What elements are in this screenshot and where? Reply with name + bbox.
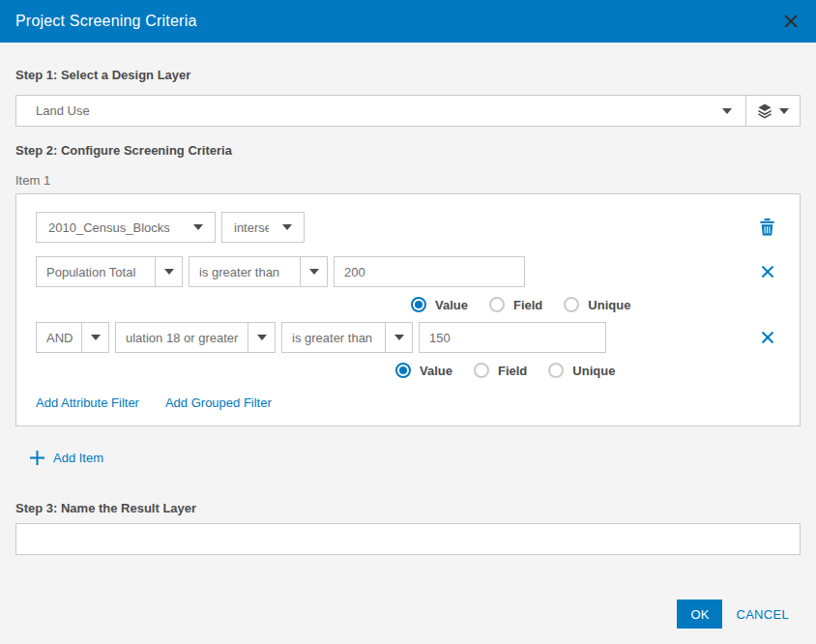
result-layer-name-input[interactable] [15,523,801,555]
layers-icon [757,103,772,119]
delete-item-button[interactable] [760,219,774,236]
radio-value[interactable]: Value [411,297,468,312]
filter2-mode-radios: Value Field Unique [395,362,774,379]
design-layer-dropdown[interactable]: Land Use [16,96,745,126]
chevron-down-icon [81,323,108,352]
dialog-footer: OK CANCEL [677,600,789,629]
cancel-button[interactable]: CANCEL [736,607,789,622]
radio-icon [548,363,564,378]
remove-filter1-button[interactable] [761,265,774,278]
filter2-join-value: AND [37,331,81,345]
add-attribute-filter-link[interactable]: Add Attribute Filter [36,395,139,410]
filter1-value-input[interactable] [334,256,525,287]
spatial-operator-dropdown[interactable]: intersects [221,212,305,243]
item-1-panel: 2010_Census_Blocks intersects [15,193,801,426]
dialog-title: Project Screening Criteria [15,13,197,30]
layer-options-button[interactable] [745,96,800,126]
close-icon[interactable] [781,12,801,31]
plus-icon [29,450,45,466]
chevron-down-icon [282,224,292,230]
chevron-down-icon [779,108,789,114]
radio-value[interactable]: Value [395,363,452,378]
step1-label: Step 1: Select a Design Layer [15,68,801,82]
filter2-field-value: ulation 18 or greater [116,331,248,345]
radio-icon [411,297,426,312]
radio-icon [474,363,489,378]
project-screening-criteria-dialog: Project Screening Criteria Step 1: Selec… [0,0,816,644]
step3-label: Step 3: Name the Result Layer [15,501,801,515]
radio-unique[interactable]: Unique [564,297,630,312]
filter1-mode-radios: Value Field Unique [411,296,774,313]
item-1-label: Item 1 [15,173,801,188]
filter1-operator-value: is greater than [189,265,300,279]
chevron-down-icon [193,224,203,230]
chevron-down-icon [248,323,275,352]
chevron-down-icon [385,323,412,352]
filter2-join-dropdown[interactable]: AND [36,322,109,353]
panel-links-row: Add Attribute Filter Add Grouped Filter [36,395,774,410]
spatial-operator-value: intersects [234,220,269,235]
criteria-layer-dropdown[interactable]: 2010_Census_Blocks [36,212,216,243]
attribute-filter-row: AND ulation 18 or greater is greater tha… [36,322,774,353]
x-icon [761,265,774,278]
filter2-field-dropdown[interactable]: ulation 18 or greater [115,322,276,353]
design-layer-select-row: Land Use [15,95,801,127]
attribute-filter-row: Population Total is greater than [36,256,774,287]
filter1-field-value: Population Total [37,265,155,279]
spatial-filter-row: 2010_Census_Blocks intersects [36,212,774,243]
radio-icon [564,297,579,312]
trash-icon [760,219,774,236]
x-icon [761,331,774,344]
filter2-operator-dropdown[interactable]: is greater than [281,322,413,353]
chevron-down-icon [722,108,732,114]
step2-label: Step 2: Configure Screening Criteria [15,143,801,158]
dialog-body: Step 1: Select a Design Layer Land Use S… [0,68,816,555]
filter2-value-input[interactable] [419,322,606,353]
radio-icon [489,297,505,312]
radio-icon [395,363,411,378]
add-item-button[interactable]: Add Item [15,450,801,466]
filter1-operator-dropdown[interactable]: is greater than [189,256,328,287]
ok-button[interactable]: OK [677,600,722,629]
radio-field[interactable]: Field [474,363,527,378]
add-item-label: Add Item [53,451,103,465]
chevron-down-icon [300,257,327,286]
dialog-header: Project Screening Criteria [0,0,816,43]
radio-field[interactable]: Field [489,297,542,312]
design-layer-value: Land Use [36,103,90,118]
remove-filter2-button[interactable] [761,331,774,344]
add-grouped-filter-link[interactable]: Add Grouped Filter [165,395,272,410]
filter2-operator-value: is greater than [282,331,385,345]
criteria-layer-value: 2010_Census_Blocks [48,220,170,235]
chevron-down-icon [155,257,182,286]
radio-unique[interactable]: Unique [548,363,615,378]
filter1-field-dropdown[interactable]: Population Total [36,256,183,287]
